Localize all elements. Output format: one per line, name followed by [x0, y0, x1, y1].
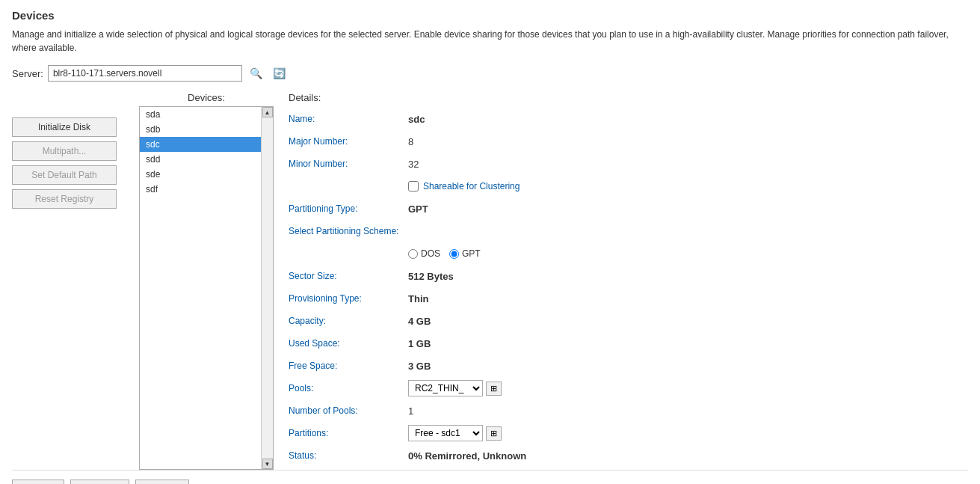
status-value: 0% Remirrored, Unknown — [408, 450, 526, 462]
apply-button[interactable]: Apply — [135, 480, 189, 484]
partitioning-type-value: GPT — [408, 203, 428, 215]
details-title: Details: — [289, 92, 968, 103]
minor-number-value: 32 — [408, 159, 419, 170]
partitioning-type-label: Partitioning Type: — [289, 203, 408, 214]
devices-list-container: sdasdbsdcsddsdesdf ▲ ▼ — [139, 106, 274, 470]
pools-grid-button[interactable]: ⊞ — [486, 382, 502, 396]
pools-dropdown-row: RC2_THIN_ ⊞ — [408, 380, 502, 396]
select-partitioning-row: Select Partitioning Scheme: — [289, 223, 968, 239]
provisioning-value: Thin — [408, 293, 428, 304]
name-value: sdc — [408, 114, 425, 125]
provisioning-row: Provisioning Type: Thin — [289, 290, 968, 307]
set-default-path-button[interactable]: Set Default Path — [12, 165, 117, 185]
shareable-label-text: Shareable for Clustering — [423, 181, 520, 192]
page-title: Devices — [12, 9, 968, 22]
devices-panel: Devices: sdasdbsdcsddsdesdf ▲ ▼ — [139, 92, 274, 470]
free-space-label: Free Space: — [289, 361, 408, 371]
used-space-value: 1 GB — [408, 338, 431, 349]
radio-scheme-row: DOS GPT — [289, 245, 968, 262]
list-item[interactable]: sdd — [140, 152, 273, 167]
name-label: Name: — [289, 114, 408, 124]
major-number-value: 8 — [408, 136, 413, 147]
provisioning-label: Provisioning Type: — [289, 293, 408, 304]
initialize-disk-button[interactable]: Initialize Disk — [12, 117, 117, 137]
partitions-row: Partitions: Free - sdc1 ⊞ — [289, 425, 968, 441]
used-space-row: Used Space: 1 GB — [289, 335, 968, 352]
name-row: Name: sdc — [289, 111, 968, 127]
scrollbar: ▲ ▼ — [261, 107, 273, 469]
shareable-row: Shareable for Clustering — [289, 178, 968, 194]
radio-dos-text: DOS — [421, 248, 440, 259]
num-pools-value: 1 — [408, 405, 413, 417]
radio-gpt-text: GPT — [462, 248, 481, 259]
free-space-row: Free Space: 3 GB — [289, 358, 968, 374]
list-item[interactable]: sdf — [140, 182, 273, 197]
used-space-label: Used Space: — [289, 338, 408, 349]
scroll-down-arrow[interactable]: ▼ — [262, 459, 273, 469]
capacity-value: 4 GB — [408, 316, 431, 327]
panels-row: Initialize Disk Multipath... Set Default… — [12, 92, 968, 470]
list-item[interactable]: sdc — [140, 137, 273, 152]
cancel-button[interactable]: Cancel — [70, 480, 129, 484]
status-label: Status: — [289, 450, 408, 461]
reset-registry-button[interactable]: Reset Registry — [12, 189, 117, 209]
minor-number-row: Minor Number: 32 — [289, 156, 968, 172]
left-panel: Initialize Disk Multipath... Set Default… — [12, 92, 139, 470]
list-item[interactable]: sde — [140, 167, 273, 182]
major-number-row: Major Number: 8 — [289, 133, 968, 150]
search-icon-btn[interactable]: 🔍 — [247, 66, 265, 81]
server-label: Server: — [12, 68, 43, 79]
sector-size-value: 512 Bytes — [408, 271, 454, 282]
radio-gpt-label[interactable]: GPT — [449, 248, 481, 259]
num-pools-label: Number of Pools: — [289, 405, 408, 416]
page-description: Manage and initialize a wide selection o… — [12, 28, 968, 55]
partitions-select[interactable]: Free - sdc1 — [408, 425, 483, 441]
devices-label: Devices: — [139, 92, 274, 103]
capacity-row: Capacity: 4 GB — [289, 313, 968, 329]
num-pools-row: Number of Pools: 1 — [289, 402, 968, 419]
page-container: Devices Manage and initialize a wide sel… — [0, 0, 980, 484]
partitions-label: Partitions: — [289, 428, 408, 438]
partitioning-type-row: Partitioning Type: GPT — [289, 200, 968, 217]
major-number-label: Major Number: — [289, 136, 408, 147]
pools-select[interactable]: RC2_THIN_ — [408, 380, 483, 396]
scroll-up-arrow[interactable]: ▲ — [262, 107, 273, 117]
server-input[interactable] — [48, 65, 242, 82]
pools-row: Pools: RC2_THIN_ ⊞ — [289, 380, 968, 396]
status-row: Status: 0% Remirrored, Unknown — [289, 447, 968, 464]
sector-size-row: Sector Size: 512 Bytes — [289, 268, 968, 284]
minor-number-label: Minor Number: — [289, 159, 408, 169]
radio-dos[interactable] — [408, 249, 418, 259]
free-space-value: 3 GB — [408, 361, 431, 372]
multipath-button[interactable]: Multipath... — [12, 141, 117, 161]
list-item[interactable]: sda — [140, 107, 273, 122]
capacity-label: Capacity: — [289, 316, 408, 326]
partitions-grid-button[interactable]: ⊞ — [486, 426, 502, 441]
ok-button[interactable]: OK — [12, 480, 64, 484]
select-partitioning-label: Select Partitioning Scheme: — [289, 226, 408, 236]
shareable-checkbox-label[interactable]: Shareable for Clustering — [408, 181, 520, 192]
details-panel: Details: Name: sdc Major Number: 8 Minor… — [274, 92, 968, 470]
list-item[interactable]: sdb — [140, 122, 273, 137]
radio-dos-label[interactable]: DOS — [408, 248, 440, 259]
shareable-checkbox[interactable] — [408, 181, 419, 192]
partitioning-scheme-radio-group: DOS GPT — [408, 248, 481, 259]
radio-gpt[interactable] — [449, 249, 459, 259]
pools-label: Pools: — [289, 383, 408, 393]
sector-size-label: Sector Size: — [289, 271, 408, 281]
refresh-icon-btn[interactable]: 🔄 — [270, 66, 289, 81]
footer: OK Cancel Apply — [12, 470, 968, 484]
server-row: Server: 🔍 🔄 — [12, 65, 968, 82]
partitions-dropdown-row: Free - sdc1 ⊞ — [408, 425, 502, 441]
devices-list: sdasdbsdcsddsdesdf — [140, 107, 273, 197]
